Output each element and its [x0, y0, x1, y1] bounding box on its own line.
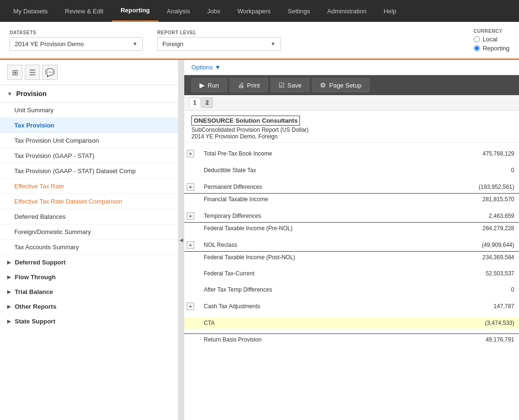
- sidebar-item-effective-tax-rate-comparison[interactable]: Effective Tax Rate Dataset Comparison: [0, 194, 178, 209]
- sidebar-item-deferred-balances[interactable]: Deferred Balances: [0, 209, 178, 225]
- sidebar-list-icon-btn[interactable]: ☰: [25, 65, 40, 80]
- sidebar-table-icon-btn[interactable]: ⊞: [7, 65, 22, 80]
- sidebar-item-effective-tax-rate[interactable]: Effective Tax Rate: [0, 179, 178, 194]
- spacer-row: [184, 205, 519, 210]
- page-tab-2[interactable]: 2: [201, 98, 213, 108]
- flow-through-header[interactable]: ▶ Flow Through: [0, 270, 178, 284]
- row-value: 234,369,584: [432, 252, 519, 264]
- table-row: + Temporary Differences 2,463,659: [184, 210, 519, 223]
- expand-icon[interactable]: +: [187, 183, 194, 191]
- currency-local-option[interactable]: Local: [474, 36, 498, 43]
- nav-my-datasets[interactable]: My Datasets: [5, 0, 56, 22]
- state-support-header[interactable]: ▶ State Support: [0, 314, 178, 329]
- trial-balance-header[interactable]: ▶ Trial Balance: [0, 284, 178, 299]
- run-label: Run: [208, 82, 219, 89]
- sidebar-item-tax-provision-unit[interactable]: Tax Provision Unit Comparison: [0, 133, 178, 148]
- report-level-dropdown[interactable]: Foreign ▼: [157, 37, 281, 51]
- nav-administration[interactable]: Administration: [319, 0, 375, 22]
- expand-icon[interactable]: +: [187, 241, 194, 249]
- nav-help[interactable]: Help: [375, 0, 405, 22]
- nav-settings[interactable]: Settings: [279, 0, 319, 22]
- deferred-support-header[interactable]: ▶ Deferred Support: [0, 255, 178, 270]
- row-label: Return Basis Provision: [199, 334, 432, 346]
- table-row: + Permanent Differences (193,952,561): [184, 181, 519, 194]
- spacer-row: [184, 313, 519, 317]
- row-label: Deductible State Tax: [199, 165, 432, 176]
- other-reports-arrow-icon: ▶: [7, 304, 11, 309]
- nav-analysis[interactable]: Analysis: [159, 0, 199, 22]
- flow-through-arrow-icon: ▶: [7, 274, 11, 280]
- expand-cell: [184, 252, 199, 264]
- options-label: Options: [191, 64, 213, 71]
- page-tab-1[interactable]: 1: [189, 98, 200, 108]
- spacer-row: [184, 160, 519, 165]
- row-value: 147,787: [432, 300, 519, 313]
- expand-cell: [184, 194, 199, 205]
- save-button[interactable]: ☑ Save: [270, 78, 310, 92]
- sidebar-collapse-handle[interactable]: ◀: [179, 60, 184, 420]
- print-icon: 🖨: [238, 81, 244, 89]
- sidebar-item-gaap-stat-comp[interactable]: Tax Provision (GAAP - STAT) Dataset Comp: [0, 164, 178, 179]
- options-button[interactable]: Options ▼: [191, 64, 512, 71]
- datasets-dropdown[interactable]: 2014 YE Provision Demo ▼: [10, 37, 143, 51]
- nav-reporting[interactable]: Reporting: [112, 0, 158, 22]
- report-level-label: Report Level: [157, 30, 281, 35]
- report-table: + Total Pre-Tax Book Income 475,768,129 …: [184, 143, 519, 345]
- row-label: Temporary Differences: [199, 210, 432, 223]
- sidebar-item-foreign-domestic[interactable]: Foreign/Domestic Summary: [0, 225, 178, 240]
- other-reports-label: Other Reports: [15, 303, 56, 310]
- gear-icon: ⚙: [320, 81, 326, 89]
- sidebar-item-unit-summary[interactable]: Unit Summary: [0, 103, 178, 118]
- spacer-row: [184, 279, 519, 284]
- provision-section-header[interactable]: ▼ Provision: [0, 85, 178, 103]
- page-setup-button[interactable]: ⚙ Page Setup: [312, 78, 369, 92]
- run-button[interactable]: ▶ Run: [191, 78, 227, 92]
- sidebar-item-gaap-stat[interactable]: Tax Provision (GAAP - STAT): [0, 148, 178, 164]
- nav-jobs[interactable]: Jobs: [199, 0, 229, 22]
- other-reports-header[interactable]: ▶ Other Reports: [0, 299, 178, 314]
- spacer-row: [184, 329, 519, 334]
- save-label: Save: [288, 82, 302, 89]
- sidebar-comment-icon-btn[interactable]: 💬: [42, 65, 58, 80]
- expand-cell[interactable]: +: [184, 147, 199, 160]
- row-label: Permanent Differences: [199, 181, 432, 194]
- collapse-arrow-icon: ◀: [180, 237, 183, 243]
- sidebar-item-tax-provision[interactable]: Tax Provision: [0, 118, 178, 133]
- spacer-row: [184, 295, 519, 300]
- datasets-value: 2014 YE Provision Demo: [15, 40, 129, 48]
- currency-reporting-radio[interactable]: [474, 45, 480, 51]
- spacer-row: [184, 176, 519, 181]
- currency-reporting-option[interactable]: Reporting: [474, 45, 509, 52]
- table-row: Federal Tax-Current 52,503,537: [184, 268, 519, 279]
- table-row: Federal Taxable Income (Pre-NOL) 284,279…: [184, 223, 519, 234]
- expand-icon[interactable]: +: [187, 150, 194, 157]
- table-row: Deductible State Tax 0: [184, 165, 519, 176]
- print-button[interactable]: 🖨 Print: [230, 78, 268, 92]
- row-value: 52,503,537: [432, 268, 519, 279]
- nav-workpapers[interactable]: Workpapers: [229, 0, 279, 22]
- nav-review-edit[interactable]: Review & Edit: [56, 0, 112, 22]
- expand-icon[interactable]: +: [187, 303, 194, 310]
- main-content: ⊞ ☰ 💬 ▼ Provision Unit Summary Tax Provi…: [0, 60, 519, 420]
- currency-local-radio[interactable]: [474, 36, 480, 42]
- table-icon: ⊞: [12, 68, 18, 77]
- report-level-section: Report Level Foreign ▼: [157, 30, 281, 51]
- expand-cell: [184, 334, 199, 346]
- spacer-row: [184, 234, 519, 239]
- expand-cell: [184, 223, 199, 234]
- report-level-chevron-icon: ▼: [270, 41, 276, 47]
- expand-cell[interactable]: +: [184, 239, 199, 252]
- report-header-block: ONESOURCE Solution Consultants SubConsol…: [184, 111, 519, 143]
- row-value: (3,474,533): [432, 317, 519, 329]
- expand-cell[interactable]: +: [184, 300, 199, 313]
- table-row: + Cash Tax Adjustments 147,787: [184, 300, 519, 313]
- report-subtitle1: SubConsolidated Provision Report (US Dol…: [191, 127, 512, 133]
- sidebar-item-tax-accounts[interactable]: Tax Accounts Summary: [0, 240, 178, 255]
- expand-cell[interactable]: +: [184, 181, 199, 194]
- expand-cell[interactable]: +: [184, 210, 199, 223]
- datasets-section: DATASETS 2014 YE Provision Demo ▼: [10, 30, 143, 51]
- row-label: Federal Taxable Income (Pre-NOL): [199, 223, 432, 234]
- trial-balance-arrow-icon: ▶: [7, 289, 11, 294]
- expand-icon[interactable]: +: [187, 212, 194, 220]
- report-subtitle2: 2014 YE Provision Demo, Foreign: [191, 133, 512, 140]
